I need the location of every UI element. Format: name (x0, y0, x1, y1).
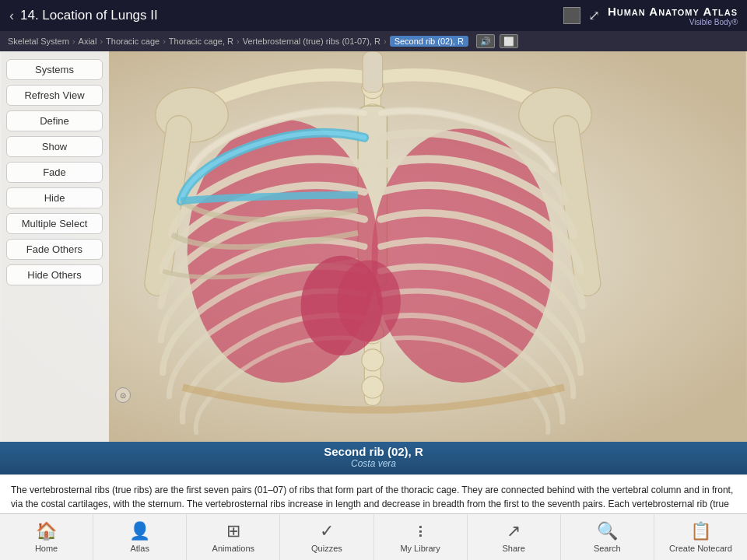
nav-share[interactable]: ↗ Share (468, 514, 561, 560)
nav-quizzes[interactable]: ✓ Quizzes (280, 514, 374, 560)
bc-sep-1: › (72, 37, 75, 46)
systems-button[interactable]: Systems (6, 59, 103, 80)
create-notecard-icon: 📋 (690, 521, 711, 541)
page-wrapper: ‹ 14. Location of Lungs II ⤢ Human Anato… (0, 0, 747, 560)
nav-create-notecard-label: Create Notecard (669, 544, 732, 553)
nav-home-label: Home (35, 544, 58, 553)
nav-create-notecard[interactable]: 📋 Create Notecard (654, 514, 747, 560)
nav-atlas[interactable]: 👤 Atlas (93, 514, 187, 560)
fullscreen-icon[interactable]: ⬜ (500, 34, 518, 48)
brand-name: Human Anatomy Atlas (608, 5, 738, 18)
svg-point-12 (362, 349, 384, 371)
bc-sep-5: › (384, 37, 387, 46)
define-button[interactable]: Define (6, 110, 103, 131)
bc-sep-4: › (237, 37, 240, 46)
structure-latin: Costa vera (0, 458, 747, 469)
animations-icon: ⊞ (226, 521, 240, 541)
fade-others-button[interactable]: Fade Others (6, 239, 103, 260)
bc-item-2[interactable]: Axial (79, 37, 97, 46)
show-button[interactable]: Show (6, 136, 103, 157)
multiple-select-button[interactable]: Multiple Select (6, 213, 103, 234)
label-bar: Second rib (02), R Costa vera (0, 442, 747, 474)
nav-quizzes-label: Quizzes (311, 544, 342, 553)
svg-point-13 (362, 376, 384, 398)
refresh-view-button[interactable]: Refresh View (6, 85, 103, 106)
hide-others-button[interactable]: Hide Others (6, 264, 103, 285)
home-icon: 🏠 (36, 521, 57, 541)
sidebar: Systems Refresh View Define Show Fade Hi… (0, 51, 109, 442)
bc-active[interactable]: Second rib (02), R (390, 36, 468, 47)
quizzes-icon: ✓ (320, 521, 334, 541)
view-toggle-icon[interactable] (563, 7, 580, 24)
hide-button[interactable]: Hide (6, 187, 103, 208)
view-and-sidebar: ⊙ Systems Refresh View Define Show Fade … (0, 51, 747, 442)
bc-icon-group: 🔊 ⬜ (476, 34, 518, 48)
share-icon: ↗ (507, 521, 521, 541)
bottom-nav: 🏠 Home 👤 Atlas ⊞ Animations ✓ Quizzes ⫶ … (0, 513, 747, 560)
brand-sub: Visible Body® (608, 18, 738, 26)
nav-animations[interactable]: ⊞ Animations (187, 514, 280, 560)
nav-animations-label: Animations (212, 544, 254, 553)
nav-home[interactable]: 🏠 Home (0, 514, 93, 560)
bc-item-1[interactable]: Skeletal System (8, 37, 69, 46)
my-library-icon: ⫶ (416, 521, 425, 541)
atlas-icon: 👤 (129, 521, 150, 541)
bc-item-4[interactable]: Thoracic cage, R (169, 37, 233, 46)
header-left: ‹ 14. Location of Lungs II (9, 8, 158, 24)
expand-icon[interactable]: ⤢ (588, 7, 600, 24)
page-title: 14. Location of Lungs II (20, 8, 158, 23)
3d-view[interactable]: ⊙ (0, 51, 747, 442)
bc-item-3[interactable]: Thoracic cage (106, 37, 160, 46)
structure-name: Second rib (02), R (0, 445, 747, 458)
search-icon: 🔍 (597, 521, 618, 541)
breadcrumb: Skeletal System › Axial › Thoracic cage … (0, 31, 747, 51)
svg-point-22 (337, 261, 401, 342)
nav-atlas-label: Atlas (130, 544, 149, 553)
bc-sep-2: › (100, 37, 103, 46)
nav-search-label: Search (594, 544, 621, 553)
anatomy-illustration (0, 51, 747, 442)
top-header: ‹ 14. Location of Lungs II ⤢ Human Anato… (0, 0, 747, 31)
nav-my-library-label: My Library (400, 544, 440, 553)
fade-button[interactable]: Fade (6, 162, 103, 183)
brand-logo: Human Anatomy Atlas Visible Body® (608, 5, 738, 26)
nav-share-label: Share (503, 544, 525, 553)
back-button[interactable]: ‹ (9, 8, 14, 24)
audio-icon[interactable]: 🔊 (476, 34, 495, 48)
nav-search[interactable]: 🔍 Search (561, 514, 654, 560)
bc-sep-3: › (163, 37, 166, 46)
content-area: ⊙ Systems Refresh View Define Show Fade … (0, 51, 747, 560)
circle-indicator: ⊙ (115, 387, 131, 403)
bc-item-5[interactable]: Vertebrosternal (true) ribs (01-07), R (243, 37, 381, 46)
nav-my-library[interactable]: ⫶ My Library (374, 514, 468, 560)
header-right: ⤢ Human Anatomy Atlas Visible Body® (563, 5, 738, 26)
svg-rect-23 (363, 51, 383, 93)
